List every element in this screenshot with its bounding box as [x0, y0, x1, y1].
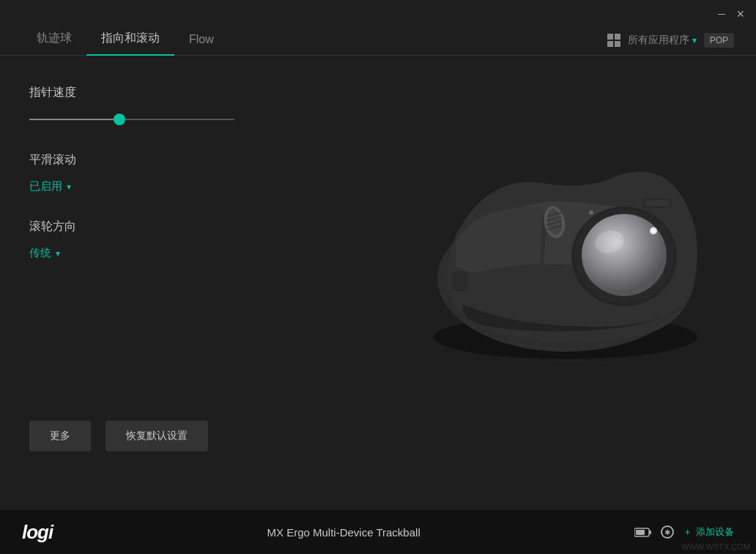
device-name: MX Ergo Multi-Device Trackball — [267, 526, 420, 539]
pointer-speed-slider[interactable] — [29, 112, 234, 127]
trackball-svg — [412, 88, 719, 396]
title-bar: ─ ✕ — [706, 0, 756, 28]
more-button[interactable]: 更多 — [29, 421, 91, 451]
scroll-direction-label: 滚轮方向 — [29, 219, 337, 234]
pointer-speed-label: 指针速度 — [29, 85, 337, 100]
svg-point-17 — [589, 210, 593, 215]
minimize-button[interactable]: ─ — [714, 6, 730, 22]
pointer-speed-group: 指针速度 — [29, 85, 337, 127]
tab-flow[interactable]: Flow — [174, 24, 229, 55]
battery-svg — [634, 528, 652, 537]
svg-point-10 — [582, 214, 667, 296]
smooth-scroll-label: 平滑滚动 — [29, 152, 337, 168]
grid-view-icon[interactable] — [607, 34, 620, 47]
logi-logo: logi — [22, 521, 53, 544]
smooth-scroll-chevron: ▾ — [67, 182, 71, 192]
tab-pointing[interactable]: 指向和滚动 — [86, 22, 174, 55]
app-name-badge[interactable]: POP — [704, 33, 734, 48]
smooth-scroll-dropdown: 已启用 ▾ — [29, 180, 337, 193]
svg-rect-16 — [452, 271, 468, 292]
slider-fill — [29, 119, 119, 120]
add-device-button[interactable]: ＋ 添加设备 — [683, 525, 734, 539]
scroll-direction-value[interactable]: 传统 ▾ — [29, 246, 337, 260]
tab-bar: 轨迹球 指向和滚动 Flow 所有应用程序 ▾ POP — [0, 0, 756, 56]
main-content: 轨迹球 指向和滚动 Flow 所有应用程序 ▾ POP 指针速度 — [0, 0, 756, 510]
add-device-icon: ＋ — [683, 525, 692, 539]
svg-point-13 — [651, 229, 656, 233]
reset-button[interactable]: 恢复默认设置 — [105, 421, 208, 451]
app-selector-chevron: ▾ — [692, 35, 697, 45]
smooth-scroll-value[interactable]: 已启用 ▾ — [29, 180, 337, 193]
scroll-direction-chevron: ▾ — [56, 248, 60, 259]
slider-thumb[interactable] — [114, 114, 125, 125]
scroll-direction-dropdown: 传统 ▾ — [29, 246, 337, 260]
tab-trackball[interactable]: 轨迹球 — [22, 22, 86, 55]
footer-right: ✱ ＋ 添加设备 — [634, 525, 734, 539]
slider-track — [29, 119, 234, 120]
scroll-direction-group: 滚轮方向 传统 ▾ — [29, 219, 337, 260]
tab-bar-right: 所有应用程序 ▾ POP — [607, 33, 734, 55]
device-image — [412, 88, 719, 396]
smooth-scroll-group: 平滑滚动 已启用 ▾ — [29, 152, 337, 193]
svg-rect-15 — [645, 200, 670, 206]
svg-rect-20 — [636, 530, 645, 535]
bluetooth-icon: ✱ — [661, 525, 674, 539]
battery-icon — [634, 528, 652, 537]
bottom-buttons: 更多 恢复默认设置 — [29, 421, 208, 451]
close-button[interactable]: ✕ — [733, 6, 749, 22]
settings-panel: 指针速度 平滑滚动 已启用 ▾ 滚轮方向 传统 — [0, 56, 366, 315]
app-selector[interactable]: 所有应用程序 ▾ — [628, 34, 697, 47]
svg-rect-19 — [649, 531, 651, 534]
footer: logi MX Ergo Multi-Device Trackball ✱ ＋ … — [0, 510, 756, 554]
